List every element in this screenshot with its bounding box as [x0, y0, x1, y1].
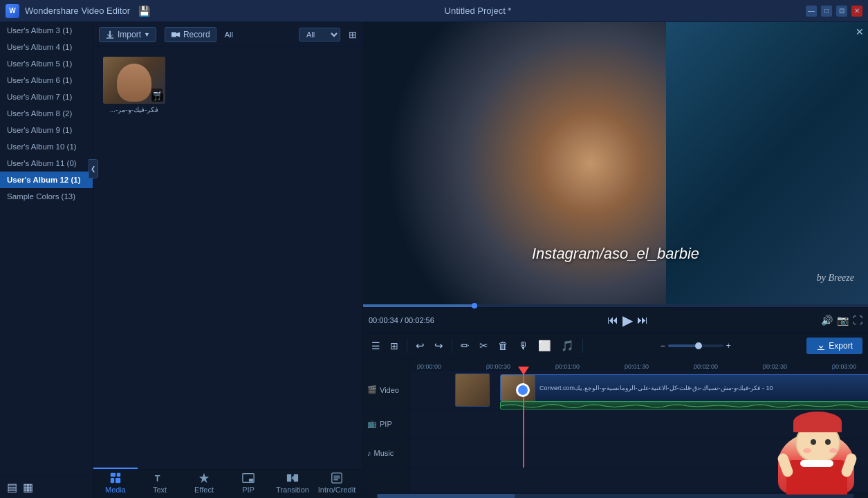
detach-audio-button[interactable]: 🎵 — [558, 338, 577, 353]
voiceover-button[interactable]: 🎙 — [515, 338, 531, 353]
fast-forward-button[interactable]: ⏭ — [637, 314, 648, 326]
view-mode-list-button[interactable]: ☰ — [369, 339, 383, 353]
record-label: Record — [183, 30, 210, 39]
thumbnail-view-button[interactable]: ▦ — [23, 481, 33, 494]
tab-text[interactable]: T Text — [138, 468, 182, 498]
import-arrow: ▼ — [144, 31, 150, 38]
preview-watermark2: by Breeze — [817, 273, 854, 284]
ruler-mark-4: 00:02:00 — [694, 363, 718, 370]
preview-controls: 00:00:34 / 00:02:56 ⏮ ▶ ⏭ 🔊 📷 ⛶ — [363, 307, 868, 332]
pip-track-icon: 📺 — [367, 419, 377, 428]
video-clip[interactable]: 10 - فكر-فيك-و-مش-نسياك-دق-قلت-كل-الاغني… — [500, 374, 868, 402]
ruler-mark-5: 00:02:30 — [763, 363, 787, 370]
svg-rect-6 — [117, 473, 120, 477]
sidebar-item-album12[interactable]: User's Album 12 (1) — [0, 172, 93, 188]
nav-tabs: Media T Text Effect PIP Transition Intro… — [93, 469, 362, 498]
sidebar-collapse-button[interactable]: ❮ — [89, 159, 98, 178]
time-display: 00:00:34 / 00:02:56 — [369, 316, 434, 324]
tab-intro-credit[interactable]: Intro/Credit — [315, 468, 359, 498]
filter-label: All — [225, 30, 233, 39]
tab-transition-label: Transition — [276, 486, 309, 494]
sidebar-item-samplecolors[interactable]: Sample Colors (13) — [0, 188, 93, 205]
project-name: Untitled Project * — [156, 6, 800, 16]
preview-close-button[interactable]: ✕ — [856, 26, 864, 37]
tab-pip[interactable]: PIP — [226, 468, 270, 498]
maximize-button[interactable]: ⊡ — [836, 6, 847, 17]
grid-view-icon[interactable]: ⊞ — [349, 29, 357, 40]
sidebar-item-album8[interactable]: User's Album 8 (2) — [0, 105, 93, 122]
close-button[interactable]: ✕ — [851, 6, 862, 17]
sidebar-item-album11[interactable]: User's Album 11 (0) — [0, 155, 93, 172]
list-view-button[interactable]: ▤ — [7, 481, 17, 494]
ruler-mark-3: 00:01:30 — [625, 363, 649, 370]
video-track-label: Video — [380, 386, 399, 394]
main-layout: User's Album 3 (1) User's Album 4 (1) Us… — [0, 22, 868, 498]
track-label-music: ♪ Music — [363, 439, 409, 468]
volume-icon[interactable]: 🔊 — [821, 315, 833, 326]
minimize-button[interactable]: — — [806, 6, 817, 17]
sidebar-item-album10[interactable]: User's Album 10 (1) — [0, 138, 93, 155]
media-item-1[interactable]: 🎵 فكر-فيك-و-مر-... — [103, 57, 165, 113]
preview-area: Instagram/aso_el_barbie by Breeze ✕ 00:0… — [363, 22, 868, 498]
edit-button[interactable]: ✏ — [458, 338, 472, 353]
screenshot-button[interactable]: 📷 — [837, 315, 849, 326]
zoom-slider[interactable] — [668, 344, 723, 347]
play-pause-button[interactable]: ▶ — [622, 312, 633, 329]
redo-button[interactable]: ↪ — [432, 338, 446, 353]
svg-rect-8 — [116, 478, 120, 483]
video-track-icon: 🎬 — [367, 385, 377, 394]
zoom-out-icon[interactable]: − — [661, 341, 665, 351]
media-content: 🎵 فكر-فيك-و-مر-... — [93, 47, 362, 469]
export-button[interactable]: Export — [806, 338, 862, 354]
tab-effect[interactable]: Effect — [182, 468, 226, 498]
zoom-in-icon[interactable]: + — [726, 341, 731, 351]
fullscreen-button[interactable]: ⛶ — [853, 315, 862, 326]
scrollbar-thumb[interactable] — [377, 494, 515, 498]
svg-rect-12 — [287, 474, 291, 482]
tab-text-label: Text — [153, 486, 167, 494]
view-mode-grid-button[interactable]: ⊞ — [387, 339, 401, 353]
video-start-thumb — [455, 374, 490, 407]
track-label-pip: 📺 PIP — [363, 409, 409, 439]
rewind-button[interactable]: ⏮ — [607, 314, 618, 326]
cut-button[interactable]: ✂ — [477, 338, 491, 353]
sidebar-item-album5[interactable]: User's Album 5 (1) — [0, 55, 93, 72]
music-track-label: Music — [374, 449, 394, 457]
svg-marker-2 — [176, 32, 180, 37]
ruler-mark-1: 00:00:30 — [486, 363, 510, 370]
tab-media-label: Media — [105, 486, 126, 494]
svg-text:T: T — [155, 474, 160, 483]
ruler-mark-6: 00:03:00 — [832, 363, 856, 370]
import-label: Import — [118, 30, 141, 39]
titlebar: W Wondershare Video Editor 💾 Untitled Pr… — [0, 0, 868, 22]
clip-label: 10 - فكر-فيك-و-مش-نسياك-دق-قلت-كل-الاغني… — [535, 383, 777, 393]
app-icon: W — [6, 4, 19, 18]
save-icon[interactable]: 💾 — [138, 6, 150, 17]
sidebar-item-album4[interactable]: User's Album 4 (1) — [0, 39, 93, 55]
playback-progress-bar[interactable] — [363, 304, 868, 307]
tab-media[interactable]: Media — [93, 468, 138, 498]
camera-button[interactable]: ⬜ — [535, 338, 554, 353]
ruler-mark-2: 00:01:00 — [555, 363, 580, 370]
delete-button[interactable]: 🗑 — [495, 338, 511, 353]
zoom-controls: − + — [661, 341, 731, 351]
ruler-mark-0: 00:00:00 — [417, 363, 441, 370]
tab-pip-label: PIP — [242, 486, 255, 494]
sidebar-item-album6[interactable]: User's Album 6 (1) — [0, 72, 93, 89]
media-thumbnail-1: 🎵 — [103, 57, 165, 104]
undo-button[interactable]: ↩ — [413, 338, 427, 353]
track-labels: 🎬 Video 📺 PIP ♪ Music — [363, 358, 410, 492]
timeline-toolbar: ☰ ⊞ ↩ ↪ ✏ ✂ 🗑 🎙 ⬜ 🎵 − — [363, 333, 868, 358]
sidebar-item-album9[interactable]: User's Album 9 (1) — [0, 122, 93, 138]
toolbar-separator-2 — [452, 339, 452, 353]
filter-select[interactable]: All Video Audio Photo — [299, 28, 340, 42]
record-button[interactable]: Record — [165, 27, 216, 42]
preview-video: Instagram/aso_el_barbie by Breeze ✕ — [363, 22, 868, 304]
window-controls: — □ ⊡ ✕ — [806, 6, 862, 17]
playhead-circle[interactable] — [516, 383, 530, 397]
tab-transition[interactable]: Transition — [270, 468, 315, 498]
restore-button[interactable]: □ — [821, 6, 832, 17]
sidebar-item-album7[interactable]: User's Album 7 (1) — [0, 89, 93, 105]
import-button[interactable]: Import ▼ — [99, 27, 156, 42]
sidebar-item-album3[interactable]: User's Album 3 (1) — [0, 22, 93, 39]
